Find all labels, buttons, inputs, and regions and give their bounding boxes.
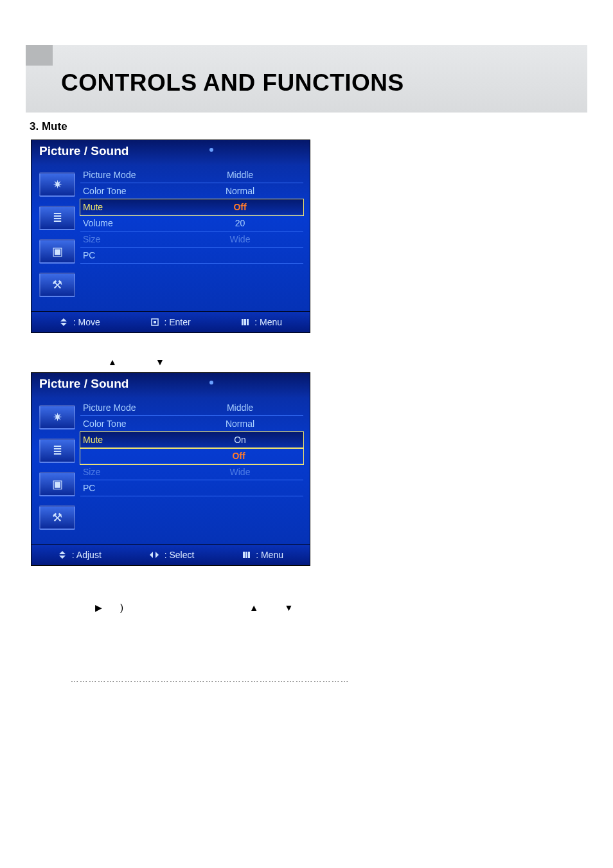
row-label: Picture Mode xyxy=(83,402,179,413)
row-label: Size xyxy=(83,234,179,244)
svg-marker-1 xyxy=(60,323,67,326)
hint-text: : Menu xyxy=(256,550,283,560)
svg-marker-0 xyxy=(60,318,67,321)
row-picture-mode: Picture Mode Middle xyxy=(80,167,303,183)
row-label: PC xyxy=(83,483,179,493)
hint-text: : Menu xyxy=(254,317,282,327)
row-value: Normal xyxy=(179,419,301,429)
osd-sidebar: ✷ ≣ ▣ ⚒ xyxy=(31,397,80,539)
svg-rect-13 xyxy=(248,552,250,558)
brightness-icon: ✷ xyxy=(39,405,75,429)
row-volume: Volume 20 xyxy=(80,215,303,231)
tools-icon: ⚒ xyxy=(39,505,75,530)
row-label: Mute xyxy=(83,202,179,212)
row-value: Middle xyxy=(179,402,301,413)
svg-rect-6 xyxy=(247,319,249,325)
row-label: Color Tone xyxy=(83,419,179,429)
triangle-down-icon: ▼ xyxy=(138,357,182,367)
svg-marker-9 xyxy=(150,552,153,558)
svg-rect-11 xyxy=(243,552,245,558)
osd-footer: : Adjust : Select : Menu xyxy=(31,544,310,565)
row-label: Volume xyxy=(83,218,179,228)
row-color-tone: Color Tone Normal xyxy=(80,183,303,199)
row-mute-option: Off xyxy=(80,448,303,464)
hint-enter: : Enter xyxy=(150,317,191,327)
triangle-right-icon: ▶ xyxy=(77,602,120,613)
hint-menu: : Menu xyxy=(242,550,283,560)
row-pc: PC xyxy=(80,248,303,264)
display-icon: ▣ xyxy=(39,239,75,264)
row-label: Picture Mode xyxy=(83,170,179,180)
osd-footer: : Move : Enter : Menu xyxy=(31,311,310,332)
instruction-line-1 xyxy=(30,338,587,351)
svg-marker-8 xyxy=(59,556,66,559)
hint-text: : Adjust xyxy=(72,550,102,560)
display-icon: ▣ xyxy=(39,472,75,496)
sliders-icon: ≣ xyxy=(39,439,75,463)
row-picture-mode: Picture Mode Middle xyxy=(80,400,303,416)
hint-text: : Move xyxy=(73,317,100,327)
row-value xyxy=(179,250,301,260)
page-header: CONTROLS AND FUNCTIONS xyxy=(26,45,587,113)
row-value: Normal xyxy=(179,186,301,196)
triangle-up-icon: ▲ xyxy=(231,602,276,613)
row-value xyxy=(179,483,301,493)
osd-title: Picture / Sound xyxy=(31,373,310,397)
row-label: PC xyxy=(83,250,179,260)
step-title: Mute xyxy=(42,120,67,132)
osd-screenshot-1: Picture / Sound ✷ ≣ ▣ ⚒ Picture Mode Mid… xyxy=(31,140,310,333)
hint-text: : Enter xyxy=(164,317,190,327)
osd-rows: Picture Mode Middle Color Tone Normal Mu… xyxy=(80,165,310,306)
hint-menu: : Menu xyxy=(240,317,282,327)
triangle-up-icon: ▲ xyxy=(90,357,135,367)
row-value: Wide xyxy=(179,234,301,244)
hint-move: : Move xyxy=(59,317,100,327)
svg-marker-10 xyxy=(155,552,159,558)
row-value: 20 xyxy=(179,218,301,228)
paren: ) xyxy=(120,602,123,613)
svg-rect-3 xyxy=(154,321,156,323)
row-label: Color Tone xyxy=(83,186,179,196)
dotted-separator: ………………………………………………………………………………… xyxy=(71,674,542,684)
tools-icon: ⚒ xyxy=(39,273,75,297)
osd-screenshot-2: Picture / Sound ✷ ≣ ▣ ⚒ Picture Mode Mid… xyxy=(31,372,310,566)
step-heading: 3. Mute xyxy=(30,120,587,133)
row-size: Size Wide xyxy=(80,464,303,480)
row-mute: Mute Off xyxy=(80,199,303,215)
row-label: Mute xyxy=(83,435,179,445)
page-title: CONTROLS AND FUNCTIONS xyxy=(61,69,404,96)
osd-sidebar: ✷ ≣ ▣ ⚒ xyxy=(31,165,80,306)
row-value: Off xyxy=(177,451,301,461)
svg-marker-7 xyxy=(59,551,66,554)
svg-rect-5 xyxy=(244,319,246,325)
row-pc: PC xyxy=(80,480,303,496)
row-value: Wide xyxy=(179,467,301,477)
hint-adjust: : Adjust xyxy=(58,550,102,560)
row-value: On xyxy=(179,435,301,445)
arrow-instruction-2: ▶) ▲ ▼ xyxy=(77,602,587,613)
row-value: Off xyxy=(179,202,301,212)
arrow-instruction-1: ▲ ▼ xyxy=(90,356,587,367)
row-mute: Mute On xyxy=(80,432,303,448)
osd-rows: Picture Mode Middle Color Tone Normal Mu… xyxy=(80,397,310,539)
row-label: Size xyxy=(83,467,179,477)
row-color-tone: Color Tone Normal xyxy=(80,416,303,432)
row-size: Size Wide xyxy=(80,231,303,248)
row-value: Middle xyxy=(179,170,301,180)
sliders-icon: ≣ xyxy=(39,206,75,230)
osd-title: Picture / Sound xyxy=(31,140,310,165)
hint-text: : Select xyxy=(164,550,195,560)
hint-select: : Select xyxy=(149,550,195,560)
step-number: 3. xyxy=(30,120,39,132)
svg-rect-4 xyxy=(242,319,244,325)
brightness-icon: ✷ xyxy=(39,172,75,197)
header-accent xyxy=(26,45,53,66)
svg-rect-12 xyxy=(245,552,247,558)
triangle-down-icon: ▼ xyxy=(279,602,311,613)
